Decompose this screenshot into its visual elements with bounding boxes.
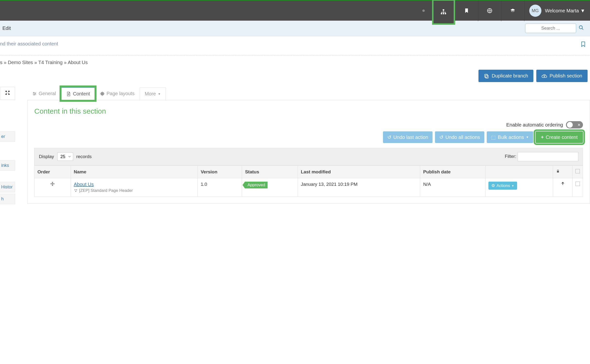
page-mode-label: Edit xyxy=(2,25,11,31)
row-status-cell: Approved xyxy=(242,178,298,197)
tab-more[interactable]: More ▼ xyxy=(140,87,166,100)
table-controls: Display 25 records Filter: xyxy=(34,148,583,165)
globe-icon xyxy=(487,8,492,13)
svg-rect-3 xyxy=(445,13,446,14)
tab-content[interactable]: Content xyxy=(61,87,95,100)
tab-content-label: Content xyxy=(73,91,90,97)
undo-last-label: Undo last action xyxy=(393,135,428,140)
table-header-row: Order Name Version Status Last modified … xyxy=(35,166,583,178)
th-last-modified[interactable]: Last modified xyxy=(298,166,420,178)
document-icon xyxy=(66,92,71,96)
cloud-upload-icon xyxy=(542,73,547,79)
enable-ordering-toggle[interactable]: ✕ xyxy=(566,121,583,128)
undo-all-button[interactable]: ↺ Undo all actions xyxy=(435,131,484,143)
filter-input[interactable] xyxy=(518,152,578,161)
select-all-checkbox[interactable] xyxy=(575,169,580,173)
sidebar-item[interactable]: er xyxy=(0,131,15,142)
globe-nav-button[interactable] xyxy=(478,0,501,21)
undo-icon: ↺ xyxy=(387,134,391,140)
row-last-modified: January 13, 2021 10:19 PM xyxy=(298,178,420,197)
th-name[interactable]: Name xyxy=(71,166,198,178)
breadcrumb-item[interactable]: Demo Sites xyxy=(8,60,33,65)
plus-icon: + xyxy=(541,135,544,140)
sitemap-nav-button[interactable] xyxy=(432,0,455,25)
page-size-select[interactable]: 25 xyxy=(57,152,73,161)
breadcrumb-item[interactable]: T4 Training xyxy=(38,60,63,65)
th-publish-date[interactable]: Publish date xyxy=(420,166,486,178)
welcome-dropdown[interactable]: Welcome Marta ▼ xyxy=(545,8,585,14)
search-area xyxy=(525,24,588,33)
welcome-label: Welcome Marta xyxy=(545,8,579,14)
svg-rect-7 xyxy=(486,75,488,78)
duplicate-label: Duplicate branch xyxy=(492,73,528,79)
tab-general-label: General xyxy=(39,91,56,96)
publish-section-button[interactable]: Publish section xyxy=(536,70,588,82)
table-row: About Us [ZEP] Standard Page Header 1.0 … xyxy=(35,178,583,197)
create-content-label: Create content xyxy=(546,135,578,140)
th-order[interactable]: Order xyxy=(35,166,71,178)
bulk-actions-button[interactable]: ⬚ Bulk actions ▼ xyxy=(487,131,533,143)
notification-dot-icon[interactable] xyxy=(422,9,425,12)
search-button[interactable] xyxy=(579,25,584,32)
create-content-button[interactable]: + Create content xyxy=(536,131,583,143)
top-navbar: MG Welcome Marta ▼ xyxy=(0,0,590,21)
row-drag-handle[interactable] xyxy=(35,178,71,197)
breadcrumb-item[interactable]: s xyxy=(0,60,2,65)
lock-icon xyxy=(556,169,560,173)
user-avatar[interactable]: MG xyxy=(529,5,541,17)
row-actions-button[interactable]: ⚙ Actions ▼ xyxy=(488,182,517,190)
sidebar: er inks Histor h xyxy=(0,87,15,206)
status-badge: Approved xyxy=(245,182,268,188)
graduation-nav-button[interactable] xyxy=(501,0,524,21)
svg-point-5 xyxy=(579,25,582,29)
cubes-icon: ⬚ xyxy=(491,134,496,140)
svg-point-14 xyxy=(75,191,76,192)
tab-general[interactable]: General xyxy=(27,87,61,100)
tab-page-layouts[interactable]: Page layouts xyxy=(95,87,140,100)
row-checkbox[interactable] xyxy=(575,182,580,186)
sidebar-item[interactable]: Histor xyxy=(0,182,15,192)
row-version: 1.0 xyxy=(198,178,242,197)
main-layout: er inks Histor h General Content Page la… xyxy=(0,87,590,206)
expand-icon xyxy=(5,90,10,95)
svg-rect-2 xyxy=(443,13,444,14)
graduation-cap-icon xyxy=(510,8,515,13)
content-name-link[interactable]: About Us xyxy=(74,182,94,187)
sliders-icon xyxy=(32,92,37,96)
svg-rect-11 xyxy=(557,171,559,172)
caret-down-icon: ▼ xyxy=(526,135,529,139)
sidebar-item[interactable]: inks xyxy=(0,160,15,171)
expand-sidebar-button[interactable] xyxy=(0,87,15,100)
undo-last-button[interactable]: ↺ Undo last action xyxy=(383,131,433,143)
svg-point-10 xyxy=(34,94,35,95)
th-status[interactable]: Status xyxy=(242,166,298,178)
puzzle-icon xyxy=(100,92,104,96)
bookmark-page-button[interactable] xyxy=(580,41,590,49)
duplicate-branch-button[interactable]: Duplicate branch xyxy=(478,70,533,82)
caret-down-icon: ▼ xyxy=(158,92,161,96)
template-icon xyxy=(74,189,78,193)
description-bar: nd their associated content xyxy=(0,36,590,55)
ordering-toolbar: Enable automatic ordering ✕ xyxy=(34,121,583,128)
sidebar-item[interactable]: h xyxy=(0,194,15,204)
search-input[interactable] xyxy=(525,24,576,33)
nav-icon-group xyxy=(422,1,524,21)
th-version[interactable]: Version xyxy=(198,166,242,178)
content-panel: Content in this section Enable automatic… xyxy=(27,100,590,204)
row-move-up[interactable] xyxy=(553,178,573,197)
toggle-off-icon: ✕ xyxy=(577,123,581,127)
records-label: records xyxy=(76,154,92,159)
undo-all-label: Undo all actions xyxy=(445,135,480,140)
edit-bar: Edit xyxy=(0,21,590,36)
row-checkbox-cell xyxy=(573,178,583,197)
content-area: General Content Page layouts More ▼ Cont… xyxy=(27,87,590,206)
description-text: nd their associated content xyxy=(0,41,58,49)
bookmark-nav-button[interactable] xyxy=(455,0,478,21)
svg-rect-0 xyxy=(443,9,444,10)
content-template-label: [ZEP] Standard Page Header xyxy=(74,188,195,193)
th-lock xyxy=(553,166,573,178)
th-select-all xyxy=(573,166,583,178)
breadcrumb-item[interactable]: About Us xyxy=(68,60,88,65)
caret-down-icon: ▼ xyxy=(580,8,585,14)
filter-label: Filter: xyxy=(505,154,516,159)
